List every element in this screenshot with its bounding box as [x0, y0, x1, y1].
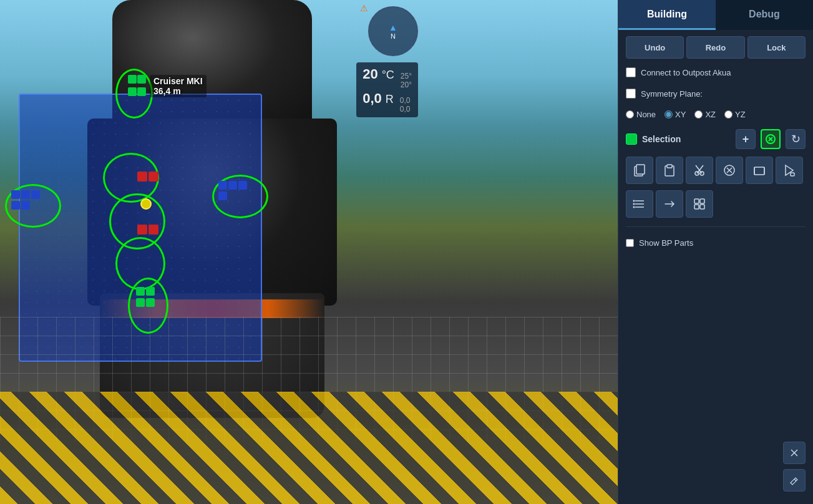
- tool-row-1: [626, 157, 806, 184]
- cut-button[interactable]: [686, 157, 713, 184]
- symmetry-plane-label[interactable]: Symmetry Plane:: [641, 89, 703, 99]
- group-button[interactable]: [686, 190, 713, 218]
- block-green-btm-1: [136, 287, 145, 296]
- block-red-1: [137, 172, 147, 182]
- vehicle-label: Cruiser MKI 36,4 m: [150, 75, 207, 97]
- show-bp-parts-checkbox[interactable]: [626, 239, 634, 247]
- list-button[interactable]: [626, 190, 653, 218]
- connect-outpost-label[interactable]: Connect to Outpost Akua: [641, 68, 731, 77]
- radio-xy-label[interactable]: XY: [675, 110, 686, 119]
- compass-n-text: N: [389, 32, 397, 40]
- block-blue-left-4: [11, 201, 20, 210]
- radio-yz[interactable]: YZ: [724, 110, 746, 119]
- tab-debug[interactable]: Debug: [716, 0, 813, 30]
- block-blue-left-1: [11, 190, 20, 199]
- connect-outpost-row: Connect to Outpost Akua: [626, 65, 806, 80]
- scissors-icon: [693, 163, 706, 177]
- bp-parts-row: Show BP Parts: [626, 236, 806, 250]
- block-red-3: [137, 225, 147, 235]
- tool-row-2: [626, 190, 806, 218]
- paste-icon: [663, 163, 676, 177]
- group-icon: [693, 197, 706, 211]
- symmetry-radio-group: None XY XZ YZ: [626, 107, 806, 122]
- radio-none-label[interactable]: None: [636, 110, 656, 119]
- svg-line-11: [696, 165, 699, 170]
- lock-button[interactable]: Lock: [747, 36, 806, 59]
- coords-extra2: 0,0: [400, 105, 411, 114]
- divider-1: [626, 226, 806, 227]
- selection-color-dot: [626, 133, 637, 145]
- connect-outpost-checkbox[interactable]: [626, 67, 636, 77]
- box-icon: [752, 163, 766, 177]
- action-row: Undo Redo Lock: [626, 36, 806, 59]
- show-bp-parts-label[interactable]: Show BP Parts: [639, 238, 693, 248]
- block-green-btm-2: [146, 287, 155, 296]
- symmetry-plane-checkbox[interactable]: [626, 89, 636, 99]
- close-panel-button[interactable]: [783, 442, 806, 464]
- temp-alt1: 25°: [401, 72, 412, 80]
- svg-rect-19: [791, 173, 794, 176]
- right-panel: Building Debug Undo Redo Lock Connect to…: [618, 0, 813, 504]
- block-blue-left-2: [21, 190, 30, 199]
- svg-point-25: [633, 206, 635, 208]
- delete-selection-button[interactable]: [761, 129, 781, 149]
- redo-button[interactable]: Redo: [686, 36, 744, 59]
- svg-rect-26: [694, 199, 699, 203]
- block-green-1: [128, 75, 137, 84]
- compass: ▲ N: [368, 6, 418, 56]
- edit-panel-button[interactable]: [783, 469, 806, 492]
- copy-button[interactable]: [626, 157, 653, 184]
- svg-rect-6: [667, 165, 672, 168]
- tab-bar: Building Debug: [618, 0, 813, 30]
- edit-icon: [789, 475, 799, 485]
- block-blue-right-2: [228, 181, 237, 190]
- list-icon: [633, 197, 646, 211]
- radio-none[interactable]: None: [626, 110, 656, 119]
- undo-button[interactable]: Undo: [626, 36, 684, 59]
- copy-icon: [633, 163, 646, 177]
- block-green-btm-3: [136, 298, 145, 307]
- fill-icon: [782, 163, 796, 177]
- coords-value: 0,0: [363, 90, 382, 107]
- x-circle-icon: [766, 134, 776, 144]
- block-blue-left-3: [31, 190, 40, 199]
- svg-point-23: [633, 200, 635, 202]
- block-green-btm-4: [146, 298, 155, 307]
- svg-rect-29: [700, 205, 704, 209]
- fill-button[interactable]: [776, 157, 803, 184]
- coords-extra1: 0,0: [400, 96, 411, 105]
- arrow-icon: [663, 197, 676, 211]
- svg-rect-28: [694, 205, 699, 209]
- tab-building[interactable]: Building: [618, 0, 716, 30]
- radio-yz-label[interactable]: YZ: [735, 110, 746, 119]
- arrow-button[interactable]: [656, 190, 683, 218]
- selection-label: Selection: [642, 134, 731, 144]
- block-red-4: [148, 225, 158, 235]
- temp-unit: °C: [382, 69, 394, 82]
- refresh-selection-button[interactable]: ↻: [786, 129, 806, 149]
- svg-rect-16: [754, 167, 764, 175]
- delete-icon: [723, 163, 736, 177]
- block-green-3: [128, 87, 137, 96]
- box-button[interactable]: [746, 157, 773, 184]
- svg-line-12: [699, 165, 703, 170]
- selection-row: Selection + ↻: [626, 128, 806, 150]
- radio-xy[interactable]: XY: [665, 110, 686, 119]
- temperature-value: 20: [363, 66, 377, 82]
- temp-alt2: 20°: [401, 80, 412, 89]
- block-blue-left-5: [21, 201, 30, 210]
- svg-rect-4: [636, 165, 645, 174]
- add-selection-button[interactable]: +: [736, 129, 756, 149]
- block-yellow-center: [140, 198, 152, 210]
- delete-button[interactable]: [716, 157, 743, 184]
- radio-xz-label[interactable]: XZ: [705, 110, 716, 119]
- compass-north-label: ▲: [389, 22, 397, 32]
- radio-xz[interactable]: XZ: [694, 110, 716, 119]
- coords-unit: R: [386, 93, 394, 106]
- close-icon: [789, 448, 799, 458]
- paste-button[interactable]: [656, 157, 683, 184]
- svg-line-32: [794, 479, 796, 481]
- block-red-2: [148, 172, 158, 182]
- block-blue-right-1: [218, 181, 227, 190]
- game-viewport: Cruiser MKI 36,4 m ▲ N 20 °C 25° 20°: [0, 0, 618, 504]
